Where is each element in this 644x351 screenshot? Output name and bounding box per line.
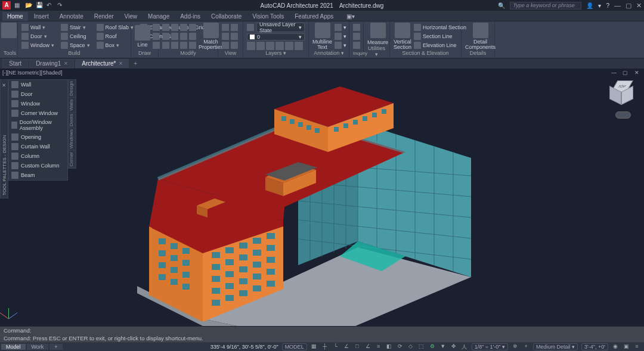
modify-row1[interactable] <box>162 23 196 32</box>
ribbon-tab-render[interactable]: Render <box>89 12 119 21</box>
save-icon[interactable]: 💾 <box>36 2 43 9</box>
snap-toggle-icon[interactable]: ┼ <box>321 343 329 350</box>
modify-row2[interactable] <box>162 32 196 41</box>
inquiry-2-icon[interactable] <box>353 33 360 40</box>
palette-tab[interactable]: Corner <box>69 151 76 168</box>
layer-combo[interactable]: 0▾ <box>247 33 305 41</box>
file-tab-start[interactable]: Start <box>2 59 28 68</box>
palette-tab[interactable]: Design <box>69 80 76 98</box>
grid-toggle-icon[interactable]: ▦ <box>311 343 318 350</box>
view-cube[interactable]: TOP <box>608 79 637 108</box>
close-icon[interactable]: × <box>64 60 67 67</box>
3dosnap-toggle-icon[interactable]: ◇ <box>407 343 414 350</box>
ribbon-tab-collaborate[interactable]: Collaborate <box>206 12 246 21</box>
layer-icons[interactable] <box>247 42 305 50</box>
transparency-toggle-icon[interactable]: ◧ <box>386 343 393 350</box>
maximize-button[interactable]: ▢ <box>626 2 631 10</box>
open-icon[interactable]: 📂 <box>25 2 32 9</box>
space-button[interactable]: Space▾ <box>61 41 94 49</box>
window-button[interactable]: Window▾ <box>21 41 58 49</box>
tool-palette-spine[interactable]: TOOL PALETTES - DESIGN✕ <box>0 79 8 198</box>
line-button[interactable]: Line <box>135 25 150 48</box>
ribbon-tab-view[interactable]: View <box>120 12 143 21</box>
hardware-accel-icon[interactable]: ⚙ <box>429 343 436 350</box>
layout-tab-model[interactable]: Model <box>1 344 26 350</box>
close-button[interactable]: ✕ <box>636 2 642 10</box>
dim-icon[interactable] <box>335 24 342 31</box>
layer-props-icon[interactable] <box>247 24 254 31</box>
ribbon-tab-insert[interactable]: Insert <box>29 12 54 21</box>
customize-icon[interactable]: ≡ <box>633 343 640 350</box>
palette-item[interactable]: Door <box>9 89 67 99</box>
measure-button[interactable]: Measure <box>367 23 388 45</box>
sectionline-button[interactable]: Section Line <box>414 32 466 41</box>
layout-tab-add[interactable]: + <box>49 344 62 350</box>
palette-tab[interactable]: Walls <box>69 98 76 113</box>
new-icon[interactable]: ▦ <box>14 2 21 9</box>
new-tab-button[interactable]: + <box>130 60 141 67</box>
layer-state-combo[interactable]: Unsaved Layer State▾ <box>256 23 305 32</box>
lineweight-toggle-icon[interactable]: ≡ <box>375 343 382 350</box>
inquiry-1-icon[interactable] <box>353 24 360 31</box>
vertical-section-button[interactable]: Vertical Section <box>394 23 411 50</box>
cycling-toggle-icon[interactable]: ⟳ <box>397 343 404 350</box>
help-icon[interactable]: ? <box>606 2 609 9</box>
file-tab-architecture[interactable]: Architecture*× <box>75 59 129 68</box>
dynucs-toggle-icon[interactable]: ⬚ <box>418 343 425 350</box>
scale-combo[interactable]: 1/8" = 1'-0" ▾ <box>472 343 508 350</box>
ortho-toggle-icon[interactable]: └ <box>332 343 339 350</box>
palette-item[interactable]: Custom Column <box>9 161 67 170</box>
table-icon[interactable] <box>335 42 342 49</box>
layout-tab-work[interactable]: Work <box>27 344 49 350</box>
ceiling-button[interactable]: Ceiling <box>61 32 94 41</box>
palette-item[interactable]: Door/Window Assembly <box>9 118 67 132</box>
minimize-button[interactable]: — <box>614 2 621 10</box>
view-ico-2[interactable] <box>231 24 238 31</box>
palette-item[interactable]: Curtain Wall <box>9 142 67 151</box>
ribbon-tab-addins[interactable]: Add-ins <box>175 12 205 21</box>
ribbon-tab-home[interactable]: Home <box>2 12 28 21</box>
view-ico-4[interactable] <box>231 33 238 40</box>
osnap-toggle-icon[interactable]: □ <box>354 343 361 350</box>
wall-button[interactable]: Wall▾ <box>21 23 58 32</box>
elevation-readout[interactable]: 3'-4", +0' <box>581 343 608 350</box>
viewport-label[interactable]: [-][NE Isometric][Shaded] <box>2 70 63 76</box>
leader-icon[interactable] <box>335 33 342 40</box>
file-tab-drawing1[interactable]: Drawing1× <box>29 59 74 68</box>
view-ico-5[interactable] <box>222 42 229 49</box>
viewport-controls[interactable]: — ▢ ✕ <box>611 70 642 76</box>
otrack-toggle-icon[interactable]: ∠ <box>364 343 371 350</box>
undo-icon[interactable]: ↶ <box>47 2 54 9</box>
gizmo-icon[interactable]: ✥ <box>450 343 457 350</box>
viewport[interactable]: [-][NE Isometric][Shaded] — ▢ ✕ TOOL PAL… <box>0 69 644 326</box>
signin-icon[interactable]: 👤 <box>586 2 593 9</box>
inquiry-3-icon[interactable] <box>353 42 360 49</box>
elevline-button[interactable]: Elevation Line <box>414 41 466 49</box>
palette-item[interactable]: Opening <box>9 132 67 142</box>
app-menu-icon[interactable]: ▾ <box>598 2 601 9</box>
multiline-text-button[interactable]: Multiline Text <box>312 23 332 50</box>
polar-toggle-icon[interactable]: ∠ <box>343 343 350 350</box>
ribbon-tab-visiontools[interactable]: Vision Tools <box>247 12 289 21</box>
isolate-icon[interactable]: ◉ <box>612 343 619 350</box>
palette-item[interactable]: Window <box>9 99 67 108</box>
plus-icon[interactable]: + <box>522 343 530 350</box>
view-ico-1[interactable] <box>222 24 229 31</box>
app-logo[interactable]: A <box>2 1 11 10</box>
cleanscreen-icon[interactable]: ▣ <box>623 343 630 350</box>
palette-tab[interactable]: Windows <box>69 128 76 150</box>
palette-item[interactable]: Column <box>9 151 67 161</box>
palette-item[interactable]: Wall <box>9 80 67 89</box>
view-ico-3[interactable] <box>222 33 229 40</box>
ribbon-tab-annotate[interactable]: Annotate <box>55 12 88 21</box>
gear-icon[interactable]: ✲ <box>512 343 519 350</box>
help-search-input[interactable]: Type a keyword or phrase <box>510 2 581 10</box>
annotation-scale-icon[interactable]: 人 <box>461 343 468 350</box>
detail-level-combo[interactable]: Medium Detail ▾ <box>533 343 578 350</box>
tools-button[interactable] <box>4 23 14 38</box>
view-ico-6[interactable] <box>231 42 238 49</box>
nav-wheel[interactable] <box>615 111 631 119</box>
ribbon-tab-featuredapps[interactable]: Featured Apps <box>290 12 338 21</box>
redo-icon[interactable]: ↷ <box>57 2 64 9</box>
filter-icon[interactable]: ▼ <box>439 343 447 350</box>
